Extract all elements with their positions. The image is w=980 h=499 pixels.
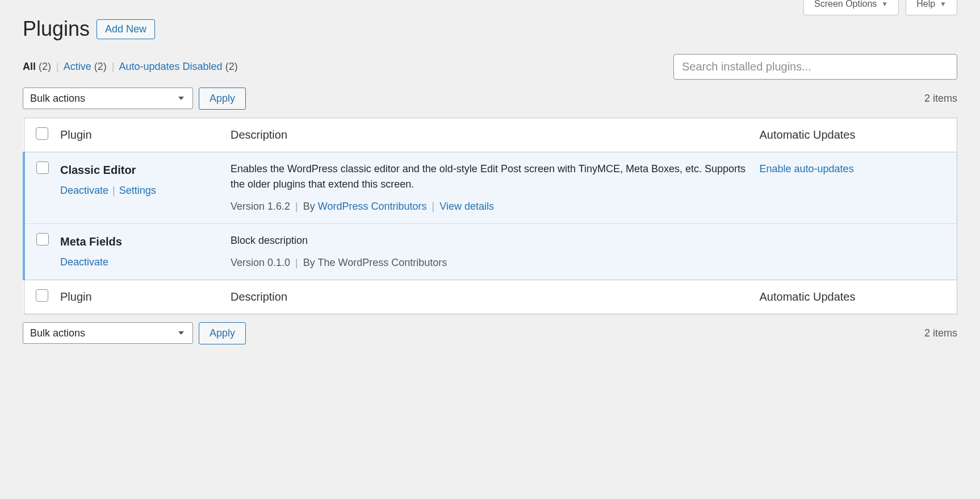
add-new-button[interactable]: Add New [97, 19, 155, 39]
screen-meta-links: Screen Options ▼ Help ▼ [803, 0, 957, 15]
plugins-table: Plugin Description Automatic Updates Cla… [23, 118, 957, 314]
tablenav-bottom: Bulk actions Apply 2 items [23, 322, 957, 344]
column-auto-updates-footer: Automatic Updates [753, 280, 957, 314]
plugin-row-actions: Deactivate | Settings [60, 183, 217, 198]
settings-link[interactable]: Settings [119, 185, 156, 196]
plugin-row: Classic Editor Deactivate | Settings Ena… [24, 152, 957, 223]
screen-options-tab[interactable]: Screen Options ▼ [803, 0, 899, 15]
plugin-row-actions: Deactivate [60, 255, 217, 270]
plugin-checkbox[interactable] [36, 233, 49, 246]
plugin-description: Enables the WordPress classic editor and… [231, 161, 746, 192]
column-description-footer: Description [224, 280, 753, 314]
plugin-meta: Version 1.6.2 | By WordPress Contributor… [231, 199, 746, 214]
column-auto-updates-header: Automatic Updates [753, 118, 957, 152]
help-tab[interactable]: Help ▼ [906, 0, 957, 15]
enable-auto-updates-link[interactable]: Enable auto-updates [760, 163, 854, 174]
column-plugin-footer: Plugin [53, 280, 224, 314]
column-description-header: Description [224, 118, 753, 152]
plugin-row: Meta Fields Deactivate Block description… [24, 223, 957, 280]
deactivate-link[interactable]: Deactivate [60, 185, 108, 196]
filter-active[interactable]: Active (2) [64, 61, 110, 72]
help-label: Help [916, 0, 935, 9]
apply-button-top[interactable]: Apply [199, 88, 246, 110]
select-all-checkbox-bottom[interactable] [36, 289, 48, 302]
bulk-actions-select-bottom[interactable]: Bulk actions [23, 322, 193, 344]
filter-links: All (2) | Active (2) | Auto-updates Disa… [23, 61, 238, 73]
search-input[interactable] [673, 54, 957, 80]
view-details-link[interactable]: View details [439, 201, 494, 212]
plugin-meta: Version 0.1.0 | By The WordPress Contrib… [231, 255, 746, 271]
screen-options-label: Screen Options [814, 0, 877, 9]
plugin-name: Meta Fields [60, 233, 217, 250]
chevron-down-icon: ▼ [881, 0, 888, 8]
column-plugin-header: Plugin [53, 118, 224, 152]
plugin-description: Block description [231, 233, 746, 248]
items-count-bottom: 2 items [924, 327, 957, 339]
page-title: Plugins [23, 16, 90, 43]
items-count-top: 2 items [924, 93, 957, 105]
plugin-author: The WordPress Contributors [318, 257, 447, 268]
bulk-actions-select[interactable]: Bulk actions [23, 88, 193, 109]
tablenav-top: Bulk actions Apply 2 items [23, 88, 957, 110]
select-all-checkbox-top[interactable] [36, 127, 48, 140]
plugin-name: Classic Editor [60, 161, 217, 178]
chevron-down-icon: ▼ [940, 0, 947, 8]
apply-button-bottom[interactable]: Apply [199, 322, 246, 344]
plugin-checkbox[interactable] [36, 161, 49, 174]
plugin-author-link[interactable]: WordPress Contributors [318, 201, 427, 212]
filter-all[interactable]: All (2) [23, 61, 54, 72]
deactivate-link[interactable]: Deactivate [60, 256, 108, 268]
filter-auto-updates-disabled[interactable]: Auto-updates Disabled (2) [119, 61, 238, 72]
